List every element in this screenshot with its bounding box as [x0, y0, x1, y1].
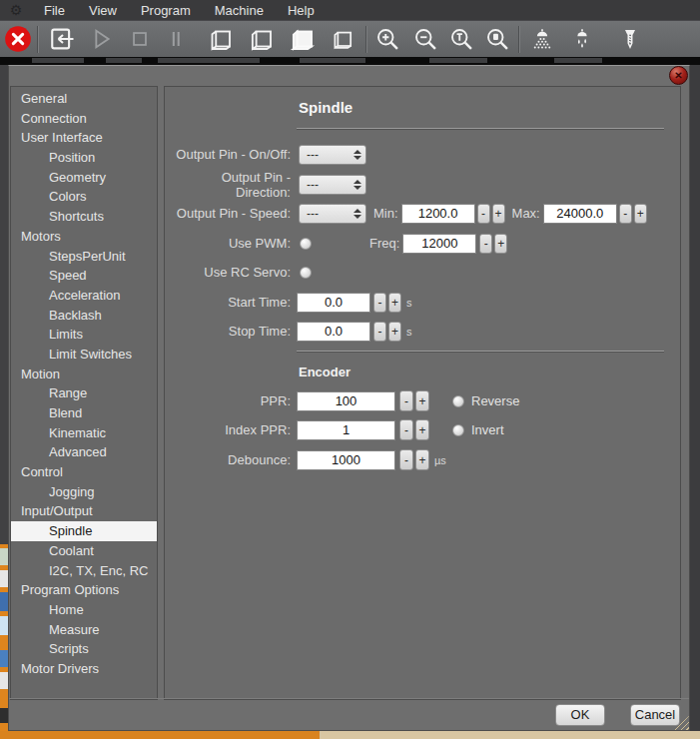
sidebar-item-general[interactable]: General [11, 89, 157, 109]
sidebar-item-range[interactable]: Range [11, 383, 157, 403]
stop-time-unit: s [406, 326, 412, 338]
direction-pin-select[interactable]: --- [299, 175, 366, 195]
sidebar-item-measure[interactable]: Measure [11, 620, 157, 640]
toolbar-separator [365, 26, 366, 53]
plus-button[interactable]: + [415, 390, 429, 411]
stop-time-stepper: - + [373, 322, 401, 342]
menu-bar: ⚙ FileViewProgramMachineHelp [0, 0, 700, 20]
minus-button[interactable]: - [373, 293, 386, 313]
background-sidebar-edge [0, 544, 8, 739]
sidebar-item-kinematic[interactable]: Kinematic [11, 423, 157, 443]
separator [297, 128, 664, 129]
sidebar-item-speed[interactable]: Speed [11, 266, 157, 286]
ppr-input[interactable] [297, 391, 395, 411]
sidebar-item-coolant[interactable]: Coolant [11, 541, 157, 561]
sidebar-item-i2c-tx-enc-rc[interactable]: I2C, TX, Enc, RC [11, 561, 157, 581]
zoom-selection-button[interactable] [482, 24, 512, 54]
stop-button[interactable] [125, 24, 155, 54]
sidebar-item-input-output[interactable]: Input/Output [11, 501, 157, 521]
direction-label: Output Pin - Direction: [165, 170, 295, 200]
minus-button[interactable]: - [373, 322, 386, 342]
tool-change-button[interactable] [615, 24, 645, 54]
start-time-input[interactable] [297, 293, 370, 313]
index-ppr-input[interactable] [297, 420, 395, 440]
sidebar-item-limit-switches[interactable]: Limit Switches [11, 345, 157, 365]
sidebar-item-acceleration[interactable]: Acceleration [11, 286, 157, 306]
coolant-flood-button[interactable] [567, 24, 597, 54]
ok-button[interactable]: OK [555, 704, 605, 726]
zoom-tool-button[interactable] [446, 24, 476, 54]
plus-button[interactable]: + [494, 234, 507, 254]
play-button[interactable] [86, 24, 116, 54]
sidebar-item-stepsperunit[interactable]: StepsPerUnit [11, 247, 157, 267]
pause-button[interactable] [161, 24, 191, 54]
sidebar-item-home[interactable]: Home [11, 600, 157, 620]
sidebar-item-shortcuts[interactable]: Shortcuts [11, 207, 157, 227]
tool-change-icon [617, 26, 643, 52]
use-pwm-radio[interactable] [300, 238, 312, 250]
dialog-close-button[interactable]: ✕ [669, 66, 688, 85]
onoff-pin-select[interactable]: --- [299, 145, 366, 165]
sidebar-item-colors[interactable]: Colors [11, 187, 157, 207]
sidebar-item-program-options[interactable]: Program Options [11, 580, 157, 600]
sidebar-item-position[interactable]: Position [11, 148, 157, 168]
sidebar-item-motor-drivers[interactable]: Motor Drivers [11, 659, 157, 679]
sidebar-item-jogging[interactable]: Jogging [11, 482, 157, 502]
emergency-stop-icon [4, 25, 32, 53]
menu-item-help[interactable]: Help [288, 3, 315, 18]
menu-item-machine[interactable]: Machine [215, 3, 264, 18]
view-cube-3-button[interactable] [287, 24, 317, 54]
start-time-stepper: - + [373, 293, 401, 313]
stop-icon [127, 26, 153, 52]
sidebar-item-limits[interactable]: Limits [11, 325, 157, 345]
speed-max-input[interactable] [543, 204, 617, 224]
minus-button[interactable]: - [399, 419, 413, 440]
speed-label: Output Pin - Speed: [165, 206, 295, 221]
view-cube-2-button[interactable] [246, 24, 276, 54]
menu-item-file[interactable]: File [44, 3, 65, 18]
minus-button[interactable]: - [477, 204, 490, 224]
sidebar-item-connection[interactable]: Connection [11, 109, 157, 129]
pwm-freq-input[interactable] [402, 234, 476, 254]
menu-item-view[interactable]: View [89, 3, 117, 18]
plus-button[interactable]: + [415, 449, 429, 470]
import-program-button[interactable] [46, 24, 76, 54]
plus-button[interactable]: + [492, 204, 505, 224]
view-cube-4-button[interactable] [328, 24, 357, 54]
debounce-input[interactable] [297, 450, 395, 470]
zoom-in-button[interactable] [372, 24, 402, 54]
speed-min-input[interactable] [401, 204, 475, 224]
plus-button[interactable]: + [388, 322, 401, 342]
sidebar-item-advanced[interactable]: Advanced [11, 442, 157, 462]
pause-icon [163, 26, 189, 52]
cancel-button[interactable]: Cancel [630, 704, 680, 726]
sidebar-item-geometry[interactable]: Geometry [11, 168, 157, 188]
sidebar-item-scripts[interactable]: Scripts [11, 639, 157, 659]
minus-button[interactable]: - [399, 449, 413, 470]
plus-button[interactable]: + [415, 419, 429, 440]
plus-button[interactable]: + [388, 293, 401, 313]
sidebar-item-motion[interactable]: Motion [11, 365, 157, 384]
minus-button[interactable]: - [399, 390, 413, 411]
emergency-stop-button[interactable] [3, 24, 33, 54]
stop-time-input[interactable] [297, 322, 370, 342]
coolant-mist-button[interactable] [527, 24, 557, 54]
sidebar-item-motors[interactable]: Motors [11, 227, 157, 247]
speed-pin-select[interactable]: --- [299, 204, 366, 224]
view-cube-1-button[interactable] [205, 24, 235, 54]
sidebar-item-blend[interactable]: Blend [11, 403, 157, 423]
stop-time-label: Stop Time: [165, 324, 295, 339]
plus-button[interactable]: + [634, 204, 647, 224]
minus-button[interactable]: - [479, 234, 492, 254]
zoom-out-button[interactable] [410, 24, 440, 54]
sidebar-item-spindle[interactable]: Spindle [11, 521, 157, 541]
sidebar-item-backlash[interactable]: Backlash [11, 306, 157, 326]
menu-item-program[interactable]: Program [141, 3, 191, 18]
reverse-radio[interactable] [452, 395, 464, 407]
app-gear-icon[interactable]: ⚙ [8, 2, 24, 18]
invert-radio[interactable] [452, 424, 464, 436]
sidebar-item-user-interface[interactable]: User Interface [11, 128, 157, 148]
sidebar-item-control[interactable]: Control [11, 462, 157, 482]
minus-button[interactable]: - [619, 204, 632, 224]
use-rc-servo-radio[interactable] [300, 267, 312, 279]
